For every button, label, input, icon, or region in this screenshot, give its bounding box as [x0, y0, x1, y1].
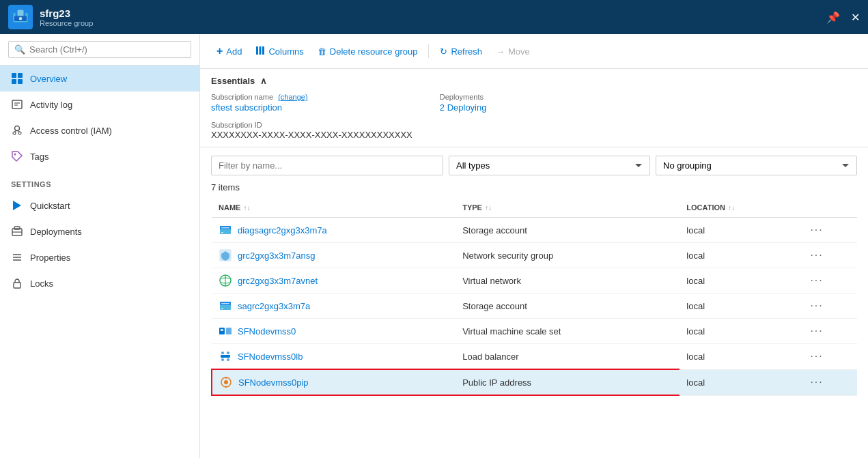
- svg-point-47: [227, 358, 229, 361]
- toolbar-divider: [428, 44, 429, 58]
- svg-rect-20: [14, 227, 20, 229]
- close-button[interactable]: ✕: [851, 11, 860, 24]
- move-button[interactable]: → Move: [490, 44, 535, 59]
- refresh-icon: ↻: [440, 46, 447, 57]
- resource-type: Network security group: [456, 243, 680, 268]
- table-row: sagrc2gxg3x3m7aStorage accountlocal···: [212, 294, 857, 319]
- type-sort-icon: ↑↓: [485, 204, 492, 212]
- essentials-title: Essentials: [211, 76, 255, 86]
- sidebar-item-access-control[interactable]: Access control (IAM): [0, 117, 199, 143]
- subscription-name-value: sftest subscription: [211, 102, 412, 113]
- sidebar-item-locks[interactable]: Locks: [0, 270, 199, 296]
- essentials-header[interactable]: Essentials ∧: [211, 76, 857, 86]
- more-button[interactable]: ···: [810, 350, 823, 362]
- svg-rect-5: [12, 73, 16, 78]
- header-title: sfrg23 Resource group: [40, 8, 93, 27]
- sidebar-item-deployments[interactable]: Deployments: [0, 218, 199, 244]
- resource-type: Virtual machine scale set: [456, 319, 680, 344]
- col-name[interactable]: NAME ↑↓: [212, 198, 456, 218]
- svg-point-12: [15, 126, 20, 131]
- svg-rect-6: [18, 73, 23, 78]
- activity-log-icon: [11, 98, 23, 111]
- pin-button[interactable]: 📌: [826, 11, 840, 24]
- deployments-icon: [11, 225, 23, 238]
- grouping-select[interactable]: No grouping: [656, 156, 857, 175]
- svg-rect-28: [262, 46, 264, 55]
- sidebar-item-activity-log-label: Activity log: [30, 100, 72, 110]
- resource-name-link[interactable]: SFNodevmss0: [219, 324, 449, 338]
- resource-name-link[interactable]: SFNodevmss0pip: [219, 375, 449, 389]
- sidebar-item-quickstart[interactable]: Quickstart: [0, 192, 199, 218]
- delete-button[interactable]: 🗑 Delete resource group: [312, 44, 423, 59]
- resource-name-link[interactable]: grc2gxg3x3m7ansg: [219, 248, 449, 262]
- more-button[interactable]: ···: [810, 376, 823, 388]
- columns-icon: [255, 46, 265, 57]
- resource-name-link[interactable]: SFNodevmss0lb: [219, 349, 449, 363]
- svg-rect-32: [221, 232, 223, 233]
- resource-type: Storage account: [456, 218, 680, 243]
- resource-group-type: Resource group: [40, 19, 93, 27]
- filter-input[interactable]: [211, 156, 443, 175]
- resource-more: ···: [803, 268, 857, 294]
- resource-location: local: [680, 218, 803, 243]
- subscription-name-link[interactable]: sftest subscription: [211, 102, 282, 113]
- more-button[interactable]: ···: [810, 249, 823, 261]
- search-input[interactable]: [29, 44, 185, 55]
- sidebar-item-properties[interactable]: Properties: [0, 244, 199, 270]
- more-button[interactable]: ···: [810, 325, 823, 337]
- more-button[interactable]: ···: [810, 300, 823, 312]
- sidebar-item-overview[interactable]: Overview: [0, 66, 199, 91]
- col-type[interactable]: TYPE ↑↓: [456, 198, 680, 218]
- resource-type: Load balancer: [456, 344, 680, 370]
- tag-icon: [11, 150, 23, 162]
- svg-rect-43: [221, 355, 230, 358]
- types-select[interactable]: All types: [449, 156, 650, 175]
- table-row: grc2gxg3x3m7ansgNetwork security grouplo…: [212, 243, 857, 268]
- svg-rect-7: [12, 79, 16, 84]
- col-location[interactable]: LOCATION ↑↓: [680, 198, 803, 218]
- sidebar-item-deployments-label: Deployments: [30, 227, 82, 237]
- svg-point-17: [14, 154, 16, 156]
- sidebar: 🔍 Overview Activity log Acc: [0, 34, 200, 458]
- svg-rect-41: [226, 328, 232, 334]
- quickstart-icon: [11, 199, 23, 212]
- more-button[interactable]: ···: [810, 224, 823, 236]
- resource-type: Public IP address: [456, 369, 680, 395]
- columns-button[interactable]: Columns: [250, 43, 309, 60]
- svg-rect-8: [18, 79, 23, 84]
- vnet-icon: [219, 274, 232, 287]
- sidebar-item-access-control-label: Access control (IAM): [30, 126, 112, 136]
- resource-name-link[interactable]: diagsagrc2gxg3x3m7a: [219, 223, 449, 237]
- svg-point-4: [19, 17, 23, 20]
- resource-location: local: [680, 294, 803, 319]
- svg-rect-26: [256, 46, 258, 55]
- nsg-icon: [219, 248, 232, 262]
- add-button[interactable]: + Add: [211, 42, 247, 60]
- subscription-change-link[interactable]: (change): [278, 93, 307, 101]
- resource-name-link[interactable]: sagrc2gxg3x3m7a: [219, 299, 449, 313]
- subscription-id-label: Subscription ID: [211, 121, 262, 129]
- deployments-value[interactable]: 2 Deploying: [440, 102, 487, 113]
- resource-location: local: [680, 369, 803, 395]
- svg-marker-18: [13, 201, 21, 210]
- more-button[interactable]: ···: [810, 274, 823, 287]
- svg-point-49: [224, 380, 228, 384]
- locks-icon: [11, 277, 23, 289]
- sidebar-item-tags[interactable]: Tags: [0, 143, 199, 169]
- resource-location: local: [680, 319, 803, 344]
- col-actions: [803, 198, 857, 218]
- search-input-wrap[interactable]: 🔍: [8, 41, 191, 58]
- nav-items: Overview Activity log Access control (IA…: [0, 66, 199, 458]
- svg-rect-38: [221, 303, 229, 304]
- search-icon: 🔍: [14, 44, 25, 55]
- sidebar-item-tags-label: Tags: [30, 152, 48, 162]
- resource-name-link[interactable]: grc2gxg3x3m7avnet: [219, 274, 449, 287]
- resource-tbody: diagsagrc2gxg3x3m7aStorage accountlocal·…: [212, 218, 857, 396]
- table-row: SFNodevmss0pipPublic IP addresslocal···: [212, 369, 857, 395]
- refresh-button[interactable]: ↻ Refresh: [434, 44, 488, 59]
- sidebar-item-activity-log[interactable]: Activity log: [0, 91, 199, 117]
- svg-rect-31: [221, 227, 229, 229]
- iam-icon: [11, 124, 23, 137]
- header-actions: 📌 ✕: [826, 11, 860, 24]
- sidebar-item-overview-label: Overview: [30, 74, 67, 84]
